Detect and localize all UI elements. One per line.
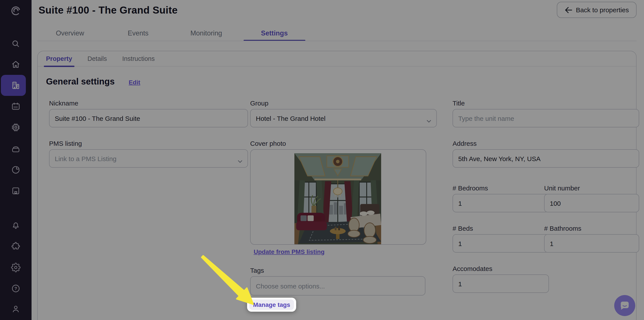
settings-card: Property Details Instructions General se… [37,51,636,320]
back-arrow-icon [564,7,572,13]
tags-input[interactable] [250,276,426,296]
address-input[interactable] [452,149,639,168]
search-icon[interactable] [11,39,20,49]
bell-icon[interactable] [11,221,20,230]
unit-number-label: Unit number [544,184,580,192]
nickname-label: Nickname [49,99,78,107]
tabs-divider [37,41,636,41]
update-from-pms-link[interactable]: Update from PMS listing [254,248,325,255]
edit-link[interactable]: Edit [128,79,140,86]
manage-tags-spotlight: Manage tags [247,298,296,312]
sidebar: ? [0,0,32,320]
title-label: Title [452,99,465,107]
puzzle-icon[interactable] [11,241,20,251]
calendar-icon[interactable] [11,102,20,111]
address-label: Address [452,140,477,147]
pms-listing-select[interactable]: Link to a PMS Listing [49,149,248,168]
pie-chart-icon[interactable] [11,165,20,175]
cover-photo-image [294,153,381,244]
chat-widget-button[interactable] [614,295,635,316]
accomodates-input[interactable] [452,275,549,293]
settings-subtabs: Property Details Instructions [38,51,636,66]
manage-tags-button[interactable]: Manage tags [249,300,294,310]
tab-settings[interactable]: Settings [240,25,308,41]
help-icon[interactable]: ? [11,284,20,293]
inbox-icon[interactable] [11,144,20,154]
bathrooms-input[interactable] [544,234,639,253]
bedrooms-label: # Bedrooms [452,184,488,192]
home-icon[interactable] [11,59,20,69]
tags-label: Tags [250,267,264,274]
cover-photo-label: Cover photo [250,140,286,147]
pms-listing-label: PMS listing [49,140,82,147]
group-value: Hotel - The Grand Hotel [256,114,326,122]
bathrooms-label: # Bathrooms [544,225,581,232]
app-root: ? Suite #100 - The Grand Suite Back to p… [0,0,644,320]
chat-bubble-icon [620,300,630,311]
user-icon[interactable] [11,304,20,314]
subtab-instructions[interactable]: Instructions [120,51,157,66]
app-logo[interactable] [9,4,22,17]
group-select[interactable]: Hotel - The Grand Hotel [250,109,437,127]
subtab-details[interactable]: Details [85,51,109,66]
main-tabs: Overview Events Monitoring Settings [36,25,308,41]
back-to-properties-button[interactable]: Back to properties [557,2,636,18]
cover-photo-box[interactable] [250,149,426,245]
group-label: Group [250,99,268,107]
sidebar-item-properties[interactable] [1,75,26,96]
beds-input[interactable] [452,234,549,253]
pms-listing-placeholder: Link to a PMS Listing [55,155,116,162]
subtab-property[interactable]: Property [44,51,74,66]
title-input[interactable] [452,109,639,127]
buildings-icon [11,80,20,90]
unit-number-input[interactable] [544,194,639,212]
page-title: Suite #100 - The Grand Suite [38,4,178,16]
back-button-label: Back to properties [576,6,629,13]
section-title: General settings [46,77,114,87]
device-chip-icon[interactable] [11,123,20,132]
tab-overview[interactable]: Overview [36,25,104,41]
svg-text:?: ? [14,286,17,291]
beds-label: # Beds [452,225,473,232]
chevron-down-icon [238,157,242,160]
nickname-input[interactable] [49,109,248,127]
bedrooms-input[interactable] [452,194,549,212]
tab-monitoring[interactable]: Monitoring [172,25,240,41]
chevron-down-icon [427,117,431,120]
tab-events[interactable]: Events [104,25,172,41]
library-icon[interactable] [11,186,20,196]
accomodates-label: Accomodates [452,265,492,272]
gear-icon[interactable] [11,263,20,272]
